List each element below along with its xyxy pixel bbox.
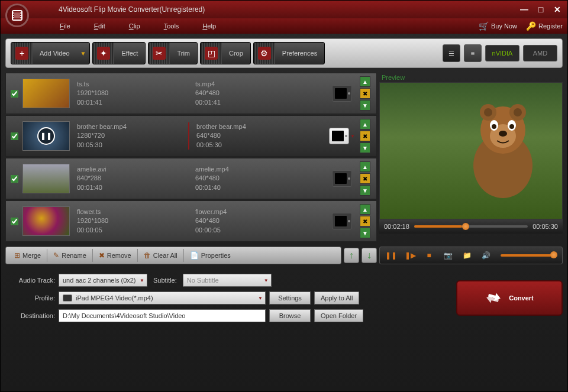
output-device[interactable]: ▼ <box>324 128 360 144</box>
settings-button[interactable]: Settings <box>269 291 311 304</box>
row-up-button[interactable]: ▲ <box>360 76 370 87</box>
file-checkbox[interactable] <box>11 132 18 140</box>
snapshot-folder-button[interactable]: 📁 <box>460 249 473 262</box>
volume-thumb[interactable] <box>550 251 557 258</box>
ipad-icon <box>332 213 352 229</box>
preferences-label: Preferences <box>275 50 324 57</box>
convert-button[interactable]: Convert <box>456 280 563 316</box>
row-remove-button[interactable]: ✖ <box>360 216 370 226</box>
app-logo <box>5 4 29 27</box>
output-device[interactable] <box>324 213 360 229</box>
menu-edit[interactable]: Edit <box>82 22 117 30</box>
svg-point-18 <box>509 124 514 129</box>
film-reel-icon <box>10 8 24 22</box>
preview-label: Preview <box>379 73 563 82</box>
file-row[interactable]: ❚❚ brother bear.mp4 1280*720 00:05:30 br… <box>5 115 377 157</box>
svg-point-6 <box>20 15 21 16</box>
svg-point-4 <box>13 17 14 18</box>
volume-slider[interactable] <box>501 254 557 257</box>
file-row[interactable]: amelie.avi 640*288 00:01:40 amelie.mp4 6… <box>5 158 377 199</box>
row-down-button[interactable]: ▼ <box>360 142 370 153</box>
move-up-button[interactable]: ↑ <box>344 248 359 263</box>
chevron-down-icon[interactable]: ▼ <box>350 134 355 139</box>
subtitle-combo[interactable]: No Subtitle▼ <box>183 274 272 287</box>
cart-icon: 🛒 <box>479 21 489 31</box>
file-checkbox[interactable] <box>11 90 18 98</box>
minimize-button[interactable]: — <box>519 4 530 15</box>
gear-icon: ⚙ <box>258 47 271 60</box>
file-thumbnail[interactable] <box>22 164 70 193</box>
file-checkbox[interactable] <box>11 175 18 183</box>
plus-icon: + <box>15 47 28 60</box>
file-row[interactable]: flower.ts 1920*1080 00:00:05 flower.mp4 … <box>5 200 377 242</box>
preferences-button[interactable]: ⚙ Preferences <box>253 42 325 64</box>
snapshot-button[interactable]: 📷 <box>441 249 454 262</box>
menu-help[interactable]: Help <box>191 22 228 30</box>
merge-button[interactable]: ⊞Merge <box>8 249 47 262</box>
file-checkbox-wrap <box>6 218 22 225</box>
row-up-button[interactable]: ▲ <box>360 119 370 129</box>
properties-button[interactable]: 📄Properties <box>184 249 237 262</box>
preview-viewport[interactable] <box>379 82 563 219</box>
destination-input[interactable]: D:\My Documents\4Videosoft Studio\Video <box>59 309 266 322</box>
ipad-icon <box>63 294 72 302</box>
file-row[interactable]: ts.ts 1920*1080 00:01:41 ts.mp4 640*480 … <box>5 73 377 114</box>
profile-combo[interactable]: iPad MPEG4 Video(*.mp4)▼ <box>59 291 266 304</box>
row-up-button[interactable]: ▲ <box>360 161 370 172</box>
row-remove-button[interactable]: ✖ <box>360 131 370 141</box>
row-remove-button[interactable]: ✖ <box>360 173 370 184</box>
crop-button[interactable]: ◰ Crop <box>200 42 251 64</box>
add-video-label: Add Video <box>33 50 77 57</box>
seek-slider[interactable] <box>414 225 528 228</box>
row-down-button[interactable]: ▼ <box>360 100 370 111</box>
output-device[interactable] <box>324 170 360 187</box>
remove-button[interactable]: ✖Remove <box>93 249 138 262</box>
file-thumbnail[interactable] <box>22 79 70 108</box>
stop-button[interactable]: ■ <box>422 249 435 262</box>
trim-button[interactable]: ✂ Trim <box>148 42 198 64</box>
menu-clip[interactable]: Clip <box>117 22 152 30</box>
file-checkbox[interactable] <box>11 218 18 225</box>
row-remove-button[interactable]: ✖ <box>360 88 370 99</box>
add-video-button[interactable]: + Add Video ▼ <box>11 42 90 64</box>
amd-badge: AMD <box>523 45 557 61</box>
clear-all-button[interactable]: 🗑Clear All <box>138 249 184 262</box>
file-thumbnail[interactable] <box>22 206 70 236</box>
seek-thumb[interactable] <box>462 223 469 230</box>
detail-view-button[interactable]: ≡ <box>464 44 482 62</box>
row-down-button[interactable]: ▼ <box>360 185 370 196</box>
step-button[interactable]: ❚▶ <box>404 249 417 262</box>
source-filename: flower.ts <box>77 208 188 216</box>
browse-button[interactable]: Browse <box>269 309 311 322</box>
rename-button[interactable]: ✎Rename <box>47 249 93 262</box>
menu-tools[interactable]: Tools <box>152 22 191 30</box>
close-button[interactable]: ✕ <box>552 4 563 15</box>
nvidia-badge: nVIDIA <box>485 45 519 61</box>
effect-button[interactable]: ✦ Effect <box>92 42 146 64</box>
open-folder-button[interactable]: Open Folder <box>314 309 363 322</box>
buy-now-link[interactable]: 🛒 Buy Now <box>479 21 517 31</box>
file-thumbnail[interactable]: ❚❚ <box>22 121 70 151</box>
chevron-down-icon: ▼ <box>264 278 269 283</box>
svg-point-2 <box>13 12 14 14</box>
chevron-down-icon[interactable]: ▼ <box>77 50 90 57</box>
list-view-button[interactable]: ☰ <box>443 44 460 62</box>
pause-button[interactable]: ❚❚ <box>385 249 398 262</box>
output-duration: 00:00:05 <box>195 226 306 235</box>
row-up-button[interactable]: ▲ <box>360 204 370 215</box>
svg-point-7 <box>20 17 21 18</box>
source-resolution: 1920*1080 <box>77 89 188 98</box>
maximize-button[interactable]: □ <box>535 4 546 15</box>
row-down-button[interactable]: ▼ <box>360 228 370 238</box>
move-down-button[interactable]: ↓ <box>362 248 377 263</box>
convert-icon <box>485 290 502 306</box>
audio-track-combo[interactable]: und aac 2 channels (0x2)▼ <box>59 274 147 287</box>
register-link[interactable]: 🔑 Register <box>526 21 563 31</box>
apply-to-all-button[interactable]: Apply to All <box>314 291 359 304</box>
menu-file[interactable]: File <box>48 22 82 30</box>
file-row-actions: ▲ ✖ ▼ <box>360 76 376 111</box>
file-output-info: brother bear.mp4 640*480 00:05:30 <box>188 122 306 150</box>
source-duration: 00:00:05 <box>77 226 188 235</box>
settings-panel: Audio Track: und aac 2 channels (0x2)▼ S… <box>5 274 450 322</box>
output-device[interactable] <box>324 85 360 102</box>
